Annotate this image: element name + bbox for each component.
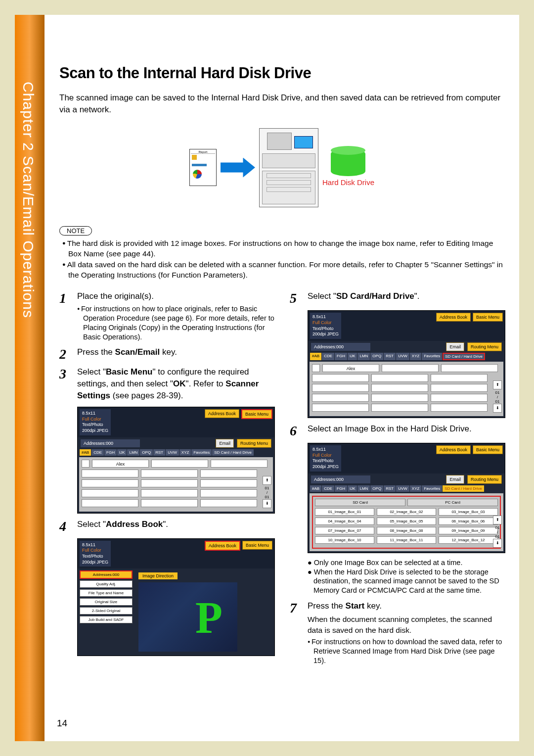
scroll-down-icon[interactable]: ⬇ bbox=[493, 404, 502, 413]
step-6: 6 Select an Image Box in the Hard Disk D… bbox=[290, 423, 505, 438]
chapter-sidebar: Chapter 2 Scan/Email Operations bbox=[15, 15, 44, 741]
alpha-tabs: #AB CDE FGH IJK LMN OPQ RST UVW XYZ Favo… bbox=[78, 449, 274, 456]
note-list: The hard disk is provided with 12 image … bbox=[59, 238, 504, 281]
steps-columns: 1 Place the original(s). For instruction… bbox=[59, 290, 504, 670]
preview-image bbox=[138, 582, 237, 652]
step-2: 2 Press the Scan/Email key. bbox=[59, 346, 275, 361]
basic-menu-button[interactable]: Basic Menu bbox=[242, 541, 272, 550]
step-4: 4 Select "Address Book". bbox=[59, 519, 275, 533]
image-box-grid: SD Card PC Card 01_Image_Box_0102_Image_… bbox=[312, 496, 501, 549]
address-book-button[interactable]: Address Book bbox=[436, 313, 471, 322]
printer-icon bbox=[259, 128, 318, 207]
scroll-control: ⬆ 01 / 01 ⬇ bbox=[263, 476, 271, 509]
step-7: 7 Press the Start key. When the document… bbox=[290, 600, 505, 665]
note-item: All data saved on the hard disk can be d… bbox=[62, 260, 504, 281]
arrow-icon bbox=[221, 158, 255, 178]
addresses-button[interactable]: Addresses:000 bbox=[80, 570, 133, 579]
hdd-label: Hard Disk Drive bbox=[322, 178, 374, 187]
step-3: 3 Select "Basic Menu" to configure the r… bbox=[59, 366, 275, 401]
screenshot-step6: 8.5x11 Full Color Text/Photo 200dpi JPEG… bbox=[308, 443, 505, 553]
hdd-cylinder: Hard Disk Drive bbox=[322, 149, 374, 187]
page: Chapter 2 Scan/Email Operations Scan to … bbox=[15, 15, 519, 741]
screenshot-step4: 8.5x11 Full Color Text/Photo 200dpi JPEG… bbox=[77, 538, 275, 657]
basic-menu-list: Addresses:000 Quality Adj. File Type and… bbox=[78, 568, 134, 656]
address-book-button[interactable]: Address Book bbox=[205, 541, 240, 551]
scroll-up-icon[interactable]: ⬆ bbox=[263, 476, 271, 485]
pc-icon bbox=[312, 364, 320, 372]
screenshot-step5: 8.5x11 Full Color Text/Photo 200dpi JPEG… bbox=[308, 310, 505, 418]
routing-menu-button[interactable]: Routing Menu bbox=[467, 342, 502, 351]
basic-menu-button[interactable]: Basic Menu bbox=[241, 409, 272, 419]
scroll-up-icon[interactable]: ⬆ bbox=[493, 380, 502, 389]
routing-menu-button[interactable]: Routing Menu bbox=[237, 439, 271, 448]
report-page-icon: Report bbox=[189, 149, 217, 186]
email-button[interactable]: Email bbox=[446, 342, 464, 351]
basic-menu-button[interactable]: Basic Menu bbox=[473, 313, 503, 322]
email-button[interactable]: Email bbox=[216, 439, 234, 448]
address-cell[interactable]: Alex bbox=[92, 460, 149, 468]
chapter-label: Chapter 2 Scan/Email Operations bbox=[20, 82, 37, 318]
sd-hard-drive-tab[interactable]: SD Card / Hard Drive bbox=[443, 353, 485, 360]
intro-text: The scanned image can be saved to the In… bbox=[59, 92, 504, 116]
pc-icon bbox=[82, 460, 89, 468]
step-5: 5 Select "SD Card/Hard Drive". bbox=[290, 290, 505, 305]
step6-notes: ● Only one Image Box can be selected at … bbox=[308, 558, 505, 595]
content: Scan to the Internal Hard Disk Drive The… bbox=[59, 64, 504, 670]
workflow-diagram: Report Hard Disk Drive bbox=[59, 123, 504, 212]
screenshot-step3: 8.5x11 Full Color Text/Photo 200dpi JPEG… bbox=[77, 407, 275, 514]
scroll-up-icon[interactable]: ⬆ bbox=[493, 516, 502, 524]
note-badge: NOTE bbox=[59, 226, 92, 236]
scroll-down-icon[interactable]: ⬇ bbox=[493, 539, 502, 548]
image-direction-button[interactable]: Image Direction bbox=[138, 572, 178, 579]
address-book-button[interactable]: Address Book bbox=[205, 409, 239, 418]
page-title: Scan to the Internal Hard Disk Drive bbox=[59, 64, 504, 82]
left-column: 1 Place the original(s). For instruction… bbox=[59, 290, 275, 670]
right-column: 5 Select "SD Card/Hard Drive". 8.5x11 Fu… bbox=[290, 290, 505, 670]
page-number: 14 bbox=[57, 718, 67, 729]
step-1: 1 Place the original(s). For instruction… bbox=[59, 290, 275, 341]
scroll-down-icon[interactable]: ⬇ bbox=[263, 499, 271, 508]
note-item: The hard disk is provided with 12 image … bbox=[62, 238, 504, 259]
hdd-icon bbox=[331, 149, 365, 176]
